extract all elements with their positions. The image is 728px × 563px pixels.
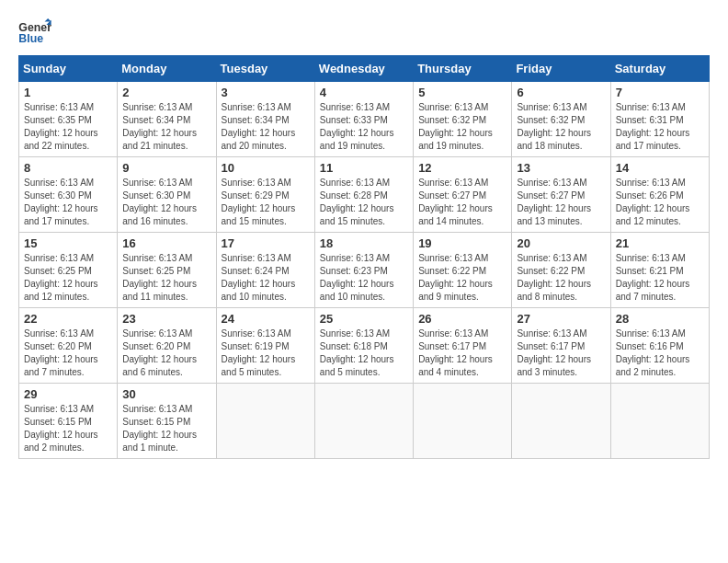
calendar-cell: 16 Sunrise: 6:13 AM Sunset: 6:25 PM Dayl… [118,233,216,308]
calendar-cell: 29 Sunrise: 6:13 AM Sunset: 6:15 PM Dayl… [19,384,118,459]
logo: General Blue [18,18,51,46]
calendar-week-row: 8 Sunrise: 6:13 AM Sunset: 6:30 PM Dayli… [19,157,710,233]
calendar-cell: 6 Sunrise: 6:13 AM Sunset: 6:32 PM Dayli… [512,82,610,157]
calendar-cell: 20 Sunrise: 6:13 AM Sunset: 6:22 PM Dayl… [512,233,610,308]
calendar-cell: 1 Sunrise: 6:13 AM Sunset: 6:35 PM Dayli… [19,82,118,157]
day-info: Sunrise: 6:13 AM Sunset: 6:30 PM Dayligh… [24,177,112,228]
calendar-cell: 11 Sunrise: 6:13 AM Sunset: 6:28 PM Dayl… [314,157,413,233]
header: General Blue [18,18,710,46]
day-number: 15 [24,236,112,250]
calendar-cell: 18 Sunrise: 6:13 AM Sunset: 6:23 PM Dayl… [314,233,413,308]
day-info: Sunrise: 6:13 AM Sunset: 6:27 PM Dayligh… [517,177,605,228]
calendar-cell: 22 Sunrise: 6:13 AM Sunset: 6:20 PM Dayl… [19,308,118,384]
calendar-cell: 28 Sunrise: 6:13 AM Sunset: 6:16 PM Dayl… [610,308,709,384]
day-info: Sunrise: 6:13 AM Sunset: 6:19 PM Dayligh… [222,327,310,379]
day-info: Sunrise: 6:13 AM Sunset: 6:34 PM Dayligh… [122,101,210,153]
day-number: 11 [320,161,408,175]
day-number: 7 [616,86,704,99]
day-info: Sunrise: 6:13 AM Sunset: 6:21 PM Dayligh… [616,252,704,304]
header-day-saturday: Saturday [610,56,709,82]
header-day-friday: Friday [512,56,610,82]
day-number: 9 [122,161,210,175]
day-info: Sunrise: 6:13 AM Sunset: 6:32 PM Dayligh… [517,101,605,153]
day-number: 20 [517,236,605,250]
calendar-cell: 23 Sunrise: 6:13 AM Sunset: 6:20 PM Dayl… [118,308,216,384]
calendar-week-row: 29 Sunrise: 6:13 AM Sunset: 6:15 PM Dayl… [19,384,710,459]
day-number: 19 [418,236,506,250]
day-number: 30 [122,387,210,401]
day-number: 18 [320,236,408,250]
day-number: 28 [616,312,704,326]
calendar-cell [314,384,413,459]
calendar-cell: 14 Sunrise: 6:13 AM Sunset: 6:26 PM Dayl… [610,157,709,233]
calendar-cell: 3 Sunrise: 6:13 AM Sunset: 6:34 PM Dayli… [216,82,314,157]
header-day-sunday: Sunday [19,56,118,82]
calendar-cell: 24 Sunrise: 6:13 AM Sunset: 6:19 PM Dayl… [216,308,314,384]
calendar-cell: 17 Sunrise: 6:13 AM Sunset: 6:24 PM Dayl… [216,233,314,308]
day-number: 13 [517,161,605,175]
calendar-cell: 9 Sunrise: 6:13 AM Sunset: 6:30 PM Dayli… [118,157,216,233]
day-info: Sunrise: 6:13 AM Sunset: 6:31 PM Dayligh… [616,101,704,153]
day-number: 5 [418,86,506,99]
calendar-cell: 2 Sunrise: 6:13 AM Sunset: 6:34 PM Dayli… [118,82,216,157]
calendar-cell: 19 Sunrise: 6:13 AM Sunset: 6:22 PM Dayl… [414,233,512,308]
day-number: 25 [320,312,408,326]
day-info: Sunrise: 6:13 AM Sunset: 6:30 PM Dayligh… [122,177,210,228]
day-number: 6 [517,86,605,99]
day-number: 26 [418,312,506,326]
calendar-cell: 13 Sunrise: 6:13 AM Sunset: 6:27 PM Dayl… [512,157,610,233]
calendar-cell [216,384,314,459]
day-info: Sunrise: 6:13 AM Sunset: 6:35 PM Dayligh… [24,101,112,153]
day-info: Sunrise: 6:13 AM Sunset: 6:16 PM Dayligh… [616,327,704,379]
day-number: 4 [320,86,408,99]
day-info: Sunrise: 6:13 AM Sunset: 6:27 PM Dayligh… [418,177,506,228]
day-number: 10 [222,161,310,175]
calendar: SundayMondayTuesdayWednesdayThursdayFrid… [18,55,710,459]
day-info: Sunrise: 6:13 AM Sunset: 6:17 PM Dayligh… [418,327,506,379]
calendar-cell: 27 Sunrise: 6:13 AM Sunset: 6:17 PM Dayl… [512,308,610,384]
header-day-wednesday: Wednesday [314,56,413,82]
day-info: Sunrise: 6:13 AM Sunset: 6:23 PM Dayligh… [320,252,408,304]
day-number: 27 [517,312,605,326]
calendar-cell [610,384,709,459]
calendar-cell: 7 Sunrise: 6:13 AM Sunset: 6:31 PM Dayli… [610,82,709,157]
day-number: 24 [222,312,310,326]
calendar-cell [414,384,512,459]
header-day-monday: Monday [118,56,216,82]
day-info: Sunrise: 6:13 AM Sunset: 6:29 PM Dayligh… [222,177,310,228]
calendar-cell: 26 Sunrise: 6:13 AM Sunset: 6:17 PM Dayl… [414,308,512,384]
day-number: 21 [616,236,704,250]
svg-text:Blue: Blue [18,32,43,45]
day-info: Sunrise: 6:13 AM Sunset: 6:17 PM Dayligh… [517,327,605,379]
day-info: Sunrise: 6:13 AM Sunset: 6:20 PM Dayligh… [122,327,210,379]
day-info: Sunrise: 6:13 AM Sunset: 6:20 PM Dayligh… [24,327,112,379]
calendar-week-row: 22 Sunrise: 6:13 AM Sunset: 6:20 PM Dayl… [19,308,710,384]
calendar-cell: 15 Sunrise: 6:13 AM Sunset: 6:25 PM Dayl… [19,233,118,308]
day-number: 16 [122,236,210,250]
day-info: Sunrise: 6:13 AM Sunset: 6:15 PM Dayligh… [24,403,112,454]
day-number: 3 [222,86,310,99]
day-number: 22 [24,312,112,326]
day-info: Sunrise: 6:13 AM Sunset: 6:18 PM Dayligh… [320,327,408,379]
day-info: Sunrise: 6:13 AM Sunset: 6:28 PM Dayligh… [320,177,408,228]
day-info: Sunrise: 6:13 AM Sunset: 6:26 PM Dayligh… [616,177,704,228]
day-info: Sunrise: 6:13 AM Sunset: 6:25 PM Dayligh… [24,252,112,304]
day-number: 1 [24,86,112,99]
calendar-cell: 10 Sunrise: 6:13 AM Sunset: 6:29 PM Dayl… [216,157,314,233]
day-info: Sunrise: 6:13 AM Sunset: 6:25 PM Dayligh… [122,252,210,304]
calendar-cell [512,384,610,459]
calendar-week-row: 15 Sunrise: 6:13 AM Sunset: 6:25 PM Dayl… [19,233,710,308]
calendar-week-row: 1 Sunrise: 6:13 AM Sunset: 6:35 PM Dayli… [19,82,710,157]
day-info: Sunrise: 6:13 AM Sunset: 6:34 PM Dayligh… [222,101,310,153]
day-info: Sunrise: 6:13 AM Sunset: 6:22 PM Dayligh… [517,252,605,304]
header-day-tuesday: Tuesday [216,56,314,82]
calendar-header-row: SundayMondayTuesdayWednesdayThursdayFrid… [19,56,710,82]
calendar-cell: 30 Sunrise: 6:13 AM Sunset: 6:15 PM Dayl… [118,384,216,459]
calendar-cell: 8 Sunrise: 6:13 AM Sunset: 6:30 PM Dayli… [19,157,118,233]
day-info: Sunrise: 6:13 AM Sunset: 6:32 PM Dayligh… [418,101,506,153]
day-number: 2 [122,86,210,99]
day-info: Sunrise: 6:13 AM Sunset: 6:24 PM Dayligh… [222,252,310,304]
calendar-cell: 5 Sunrise: 6:13 AM Sunset: 6:32 PM Dayli… [414,82,512,157]
calendar-cell: 25 Sunrise: 6:13 AM Sunset: 6:18 PM Dayl… [314,308,413,384]
day-info: Sunrise: 6:13 AM Sunset: 6:33 PM Dayligh… [320,101,408,153]
